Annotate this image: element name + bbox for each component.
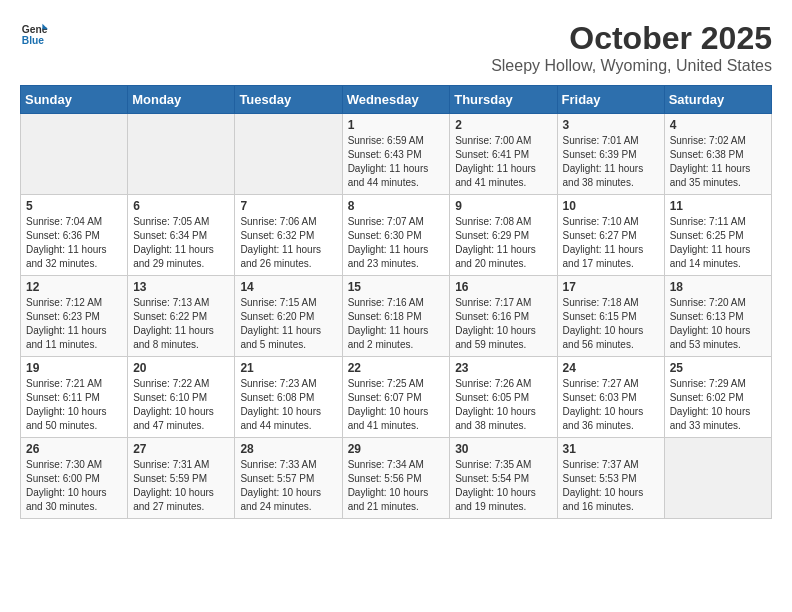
weekday-header-monday: Monday: [128, 86, 235, 114]
calendar-title: October 2025: [491, 20, 772, 57]
day-info: Sunrise: 7:20 AM Sunset: 6:13 PM Dayligh…: [670, 296, 766, 352]
day-info: Sunrise: 6:59 AM Sunset: 6:43 PM Dayligh…: [348, 134, 445, 190]
day-info: Sunrise: 7:34 AM Sunset: 5:56 PM Dayligh…: [348, 458, 445, 514]
day-number: 9: [455, 199, 551, 213]
day-info: Sunrise: 7:26 AM Sunset: 6:05 PM Dayligh…: [455, 377, 551, 433]
weekday-header-saturday: Saturday: [664, 86, 771, 114]
calendar-cell: 17Sunrise: 7:18 AM Sunset: 6:15 PM Dayli…: [557, 276, 664, 357]
day-info: Sunrise: 7:31 AM Sunset: 5:59 PM Dayligh…: [133, 458, 229, 514]
day-number: 29: [348, 442, 445, 456]
weekday-header-sunday: Sunday: [21, 86, 128, 114]
day-number: 2: [455, 118, 551, 132]
calendar-cell: 13Sunrise: 7:13 AM Sunset: 6:22 PM Dayli…: [128, 276, 235, 357]
day-number: 15: [348, 280, 445, 294]
day-info: Sunrise: 7:15 AM Sunset: 6:20 PM Dayligh…: [240, 296, 336, 352]
day-number: 26: [26, 442, 122, 456]
logo: General Blue: [20, 20, 48, 48]
calendar-cell: 21Sunrise: 7:23 AM Sunset: 6:08 PM Dayli…: [235, 357, 342, 438]
calendar-cell: [128, 114, 235, 195]
page-header: General Blue October 2025 Sleepy Hollow,…: [20, 20, 772, 75]
calendar-week-1: 1Sunrise: 6:59 AM Sunset: 6:43 PM Daylig…: [21, 114, 772, 195]
day-number: 18: [670, 280, 766, 294]
calendar-cell: [21, 114, 128, 195]
weekday-header-friday: Friday: [557, 86, 664, 114]
day-info: Sunrise: 7:01 AM Sunset: 6:39 PM Dayligh…: [563, 134, 659, 190]
day-info: Sunrise: 7:10 AM Sunset: 6:27 PM Dayligh…: [563, 215, 659, 271]
svg-text:Blue: Blue: [22, 35, 45, 46]
weekday-header-thursday: Thursday: [450, 86, 557, 114]
day-number: 16: [455, 280, 551, 294]
calendar-week-2: 5Sunrise: 7:04 AM Sunset: 6:36 PM Daylig…: [21, 195, 772, 276]
day-number: 27: [133, 442, 229, 456]
calendar-cell: [235, 114, 342, 195]
calendar-cell: 27Sunrise: 7:31 AM Sunset: 5:59 PM Dayli…: [128, 438, 235, 519]
calendar-cell: 30Sunrise: 7:35 AM Sunset: 5:54 PM Dayli…: [450, 438, 557, 519]
day-info: Sunrise: 7:07 AM Sunset: 6:30 PM Dayligh…: [348, 215, 445, 271]
day-info: Sunrise: 7:16 AM Sunset: 6:18 PM Dayligh…: [348, 296, 445, 352]
calendar-cell: 16Sunrise: 7:17 AM Sunset: 6:16 PM Dayli…: [450, 276, 557, 357]
calendar-week-3: 12Sunrise: 7:12 AM Sunset: 6:23 PM Dayli…: [21, 276, 772, 357]
calendar-week-5: 26Sunrise: 7:30 AM Sunset: 6:00 PM Dayli…: [21, 438, 772, 519]
calendar-subtitle: Sleepy Hollow, Wyoming, United States: [491, 57, 772, 75]
day-info: Sunrise: 7:25 AM Sunset: 6:07 PM Dayligh…: [348, 377, 445, 433]
calendar-cell: 31Sunrise: 7:37 AM Sunset: 5:53 PM Dayli…: [557, 438, 664, 519]
day-info: Sunrise: 7:21 AM Sunset: 6:11 PM Dayligh…: [26, 377, 122, 433]
calendar-cell: 10Sunrise: 7:10 AM Sunset: 6:27 PM Dayli…: [557, 195, 664, 276]
title-area: October 2025 Sleepy Hollow, Wyoming, Uni…: [491, 20, 772, 75]
day-info: Sunrise: 7:08 AM Sunset: 6:29 PM Dayligh…: [455, 215, 551, 271]
day-info: Sunrise: 7:23 AM Sunset: 6:08 PM Dayligh…: [240, 377, 336, 433]
day-info: Sunrise: 7:13 AM Sunset: 6:22 PM Dayligh…: [133, 296, 229, 352]
day-number: 4: [670, 118, 766, 132]
calendar-table: SundayMondayTuesdayWednesdayThursdayFrid…: [20, 85, 772, 519]
calendar-cell: 14Sunrise: 7:15 AM Sunset: 6:20 PM Dayli…: [235, 276, 342, 357]
day-number: 7: [240, 199, 336, 213]
calendar-cell: 22Sunrise: 7:25 AM Sunset: 6:07 PM Dayli…: [342, 357, 450, 438]
calendar-cell: 8Sunrise: 7:07 AM Sunset: 6:30 PM Daylig…: [342, 195, 450, 276]
calendar-cell: 11Sunrise: 7:11 AM Sunset: 6:25 PM Dayli…: [664, 195, 771, 276]
calendar-cell: 18Sunrise: 7:20 AM Sunset: 6:13 PM Dayli…: [664, 276, 771, 357]
day-number: 5: [26, 199, 122, 213]
day-number: 6: [133, 199, 229, 213]
day-info: Sunrise: 7:17 AM Sunset: 6:16 PM Dayligh…: [455, 296, 551, 352]
day-number: 17: [563, 280, 659, 294]
day-number: 1: [348, 118, 445, 132]
day-number: 11: [670, 199, 766, 213]
calendar-cell: 12Sunrise: 7:12 AM Sunset: 6:23 PM Dayli…: [21, 276, 128, 357]
day-info: Sunrise: 7:04 AM Sunset: 6:36 PM Dayligh…: [26, 215, 122, 271]
calendar-cell: [664, 438, 771, 519]
day-number: 31: [563, 442, 659, 456]
day-info: Sunrise: 7:29 AM Sunset: 6:02 PM Dayligh…: [670, 377, 766, 433]
day-info: Sunrise: 7:22 AM Sunset: 6:10 PM Dayligh…: [133, 377, 229, 433]
day-info: Sunrise: 7:11 AM Sunset: 6:25 PM Dayligh…: [670, 215, 766, 271]
logo-icon: General Blue: [20, 20, 48, 48]
day-number: 22: [348, 361, 445, 375]
calendar-cell: 28Sunrise: 7:33 AM Sunset: 5:57 PM Dayli…: [235, 438, 342, 519]
calendar-cell: 25Sunrise: 7:29 AM Sunset: 6:02 PM Dayli…: [664, 357, 771, 438]
day-number: 21: [240, 361, 336, 375]
calendar-cell: 6Sunrise: 7:05 AM Sunset: 6:34 PM Daylig…: [128, 195, 235, 276]
calendar-cell: 29Sunrise: 7:34 AM Sunset: 5:56 PM Dayli…: [342, 438, 450, 519]
day-number: 3: [563, 118, 659, 132]
day-number: 19: [26, 361, 122, 375]
calendar-cell: 5Sunrise: 7:04 AM Sunset: 6:36 PM Daylig…: [21, 195, 128, 276]
day-info: Sunrise: 7:06 AM Sunset: 6:32 PM Dayligh…: [240, 215, 336, 271]
day-number: 20: [133, 361, 229, 375]
calendar-cell: 26Sunrise: 7:30 AM Sunset: 6:00 PM Dayli…: [21, 438, 128, 519]
day-number: 10: [563, 199, 659, 213]
day-info: Sunrise: 7:00 AM Sunset: 6:41 PM Dayligh…: [455, 134, 551, 190]
day-info: Sunrise: 7:12 AM Sunset: 6:23 PM Dayligh…: [26, 296, 122, 352]
calendar-cell: 20Sunrise: 7:22 AM Sunset: 6:10 PM Dayli…: [128, 357, 235, 438]
calendar-cell: 7Sunrise: 7:06 AM Sunset: 6:32 PM Daylig…: [235, 195, 342, 276]
day-number: 14: [240, 280, 336, 294]
calendar-cell: 2Sunrise: 7:00 AM Sunset: 6:41 PM Daylig…: [450, 114, 557, 195]
weekday-header-tuesday: Tuesday: [235, 86, 342, 114]
calendar-cell: 1Sunrise: 6:59 AM Sunset: 6:43 PM Daylig…: [342, 114, 450, 195]
weekday-header-wednesday: Wednesday: [342, 86, 450, 114]
calendar-cell: 4Sunrise: 7:02 AM Sunset: 6:38 PM Daylig…: [664, 114, 771, 195]
calendar-cell: 3Sunrise: 7:01 AM Sunset: 6:39 PM Daylig…: [557, 114, 664, 195]
day-info: Sunrise: 7:18 AM Sunset: 6:15 PM Dayligh…: [563, 296, 659, 352]
day-number: 12: [26, 280, 122, 294]
day-number: 25: [670, 361, 766, 375]
calendar-cell: 15Sunrise: 7:16 AM Sunset: 6:18 PM Dayli…: [342, 276, 450, 357]
day-number: 24: [563, 361, 659, 375]
